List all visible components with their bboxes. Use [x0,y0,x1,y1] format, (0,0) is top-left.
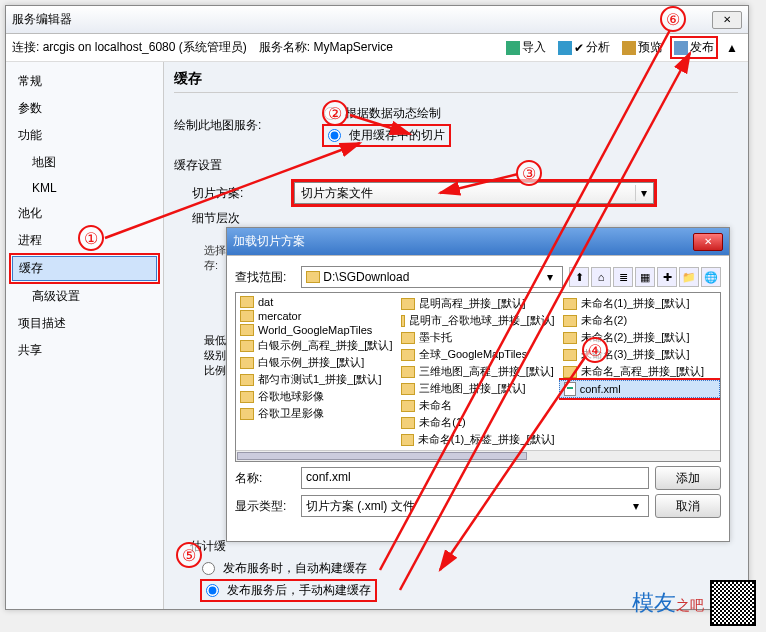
list-item[interactable]: 未命名(2)_拼接_[默认] [559,329,720,346]
draw-service-label: 绘制此地图服务: [174,117,324,134]
filetype-value: 切片方案 (.xml) 文件 [306,498,415,515]
preview-button[interactable]: 预览 [618,37,666,58]
nav-icons: ⬆ ⌂ ≣ ▦ ✚ 📁 🌐 [569,267,721,287]
list-item[interactable]: mercator [236,309,397,323]
list-item[interactable]: 昆明市_谷歌地球_拼接_[默认] [397,312,558,329]
list-item[interactable]: 谷歌卫星影像 [236,405,397,422]
cancel-button[interactable]: 取消 [655,494,721,518]
toolbar: 导入 ✔分析 预览 发布 ▲ [502,36,742,59]
sidebar-item-process[interactable]: 进程 [6,227,163,254]
select-save-label: 选择 存: [204,244,226,271]
sidebar: 常规 参数 功能 地图 KML 池化 进程 缓存 高级设置 项目描述 共享 [6,62,164,609]
sidebar-item-cache[interactable]: 缓存 [12,256,157,281]
sidebar-item-params[interactable]: 参数 [6,95,163,122]
list-item[interactable]: 墨卡托 [397,329,558,346]
sidebar-item-share[interactable]: 共享 [6,337,163,364]
file-col-3: 未命名(1)_拼接_[默认] 未命名(2) 未命名(2)_拼接_[默认] 未命名… [559,293,720,450]
list-item[interactable]: 未命名(1)_标签_拼接_[默认] [397,431,558,448]
import-button[interactable]: 导入 [502,37,550,58]
up-folder-icon[interactable]: ⬆ [569,267,589,287]
details-icon[interactable]: ▦ [635,267,655,287]
list-item[interactable]: 未命名(1)_拼接_[默认] [559,295,720,312]
watermark: 模友之吧 [632,580,756,626]
xml-file-icon [564,382,576,396]
main-titlebar: 服务编辑器 ✕ [6,6,748,34]
home-icon[interactable]: ⌂ [591,267,611,287]
list-item[interactable]: 未命名 [397,397,558,414]
list-item[interactable]: 未命名_高程_拼接_[默认] [559,363,720,380]
chevron-down-icon[interactable]: ▾ [628,499,644,513]
radio-tiles[interactable]: 使用缓存中的切片 [324,126,449,145]
tile-scheme-value: 切片方案文件 [301,185,373,202]
sidebar-item-capabilities[interactable]: 功能 [6,122,163,149]
new-folder-icon[interactable]: ✚ [657,267,677,287]
cache-title: 缓存 [174,70,738,88]
list-item[interactable]: 三维地图_高程_拼接_[默认] [397,363,558,380]
look-in-value: D:\SGDownload [323,270,409,284]
file-col-2: 昆明高程_拼接_[默认] 昆明市_谷歌地球_拼接_[默认] 墨卡托 全球_Goo… [397,293,558,450]
look-in-combo[interactable]: D:\SGDownload ▾ [301,266,563,288]
file-col-1: dat mercator World_GoogleMapTiles 白银示例_高… [236,293,397,450]
list-item[interactable]: 昆明高程_拼接_[默认] [397,295,558,312]
list-item[interactable]: 谷歌地球影像 [236,388,397,405]
folder-icon [306,271,320,283]
connection-label: 连接: arcgis on localhost_6080 (系统管理员) [12,39,247,56]
list-item[interactable]: 都匀市测试1_拼接_[默认] [236,371,397,388]
gis-server-icon[interactable]: 🌐 [701,267,721,287]
filename-label: 名称: [235,470,295,487]
tile-scheme-label: 切片方案: [174,185,294,202]
publish-button[interactable]: 发布 [670,36,718,59]
detail-level-label: 细节层次 [174,210,294,227]
service-name-label: 服务名称: MyMapService [259,39,393,56]
list-item[interactable]: dat [236,295,397,309]
horizontal-scrollbar[interactable] [236,450,720,461]
list-item[interactable]: 未命名(1) [397,414,558,431]
load-tile-scheme-dialog: 加载切片方案 ✕ 查找范围: D:\SGDownload ▾ ⬆ ⌂ ≣ ▦ ✚… [226,227,730,542]
list-item[interactable]: 三维地图_拼接_[默认] [397,380,558,397]
analyze-button[interactable]: ✔分析 [554,37,614,58]
radio-manual-build[interactable]: 发布服务后，手动构建缓存 [202,581,375,600]
list-item[interactable]: 全球_GoogleMapTiles [397,346,558,363]
radio-dynamic[interactable]: 根据数据动态绘制 [324,103,449,124]
dialog-close-button[interactable]: ✕ [693,233,723,251]
cache-settings-label: 缓存设置 [174,157,738,174]
sidebar-item-pooling[interactable]: 池化 [6,200,163,227]
sidebar-item-advanced[interactable]: 高级设置 [6,283,163,310]
build-options: 发布服务时，自动构建缓存 发布服务后，手动构建缓存 [202,558,375,602]
sidebar-item-map[interactable]: 地图 [6,149,163,176]
qr-code [710,580,756,626]
filetype-combo[interactable]: 切片方案 (.xml) 文件 ▾ [301,495,649,517]
radio-auto-build[interactable]: 发布服务时，自动构建缓存 [202,558,375,579]
chevron-down-icon[interactable]: ▾ [542,270,558,284]
list-item[interactable]: 白银示例_拼接_[默认] [236,354,397,371]
list-item[interactable]: 未命名(2) [559,312,720,329]
add-button[interactable]: 添加 [655,466,721,490]
dialog-titlebar: 加载切片方案 ✕ [227,228,729,256]
sidebar-item-kml[interactable]: KML [6,176,163,200]
close-button[interactable]: ✕ [712,11,742,29]
tile-scheme-combo[interactable]: 切片方案文件 ▾ [294,182,654,204]
dialog-title: 加载切片方案 [233,233,689,250]
sidebar-item-general[interactable]: 常规 [6,68,163,95]
list-item[interactable]: World_GoogleMapTiles [236,323,397,337]
list-item[interactable]: 未命名(3)_拼接_[默认] [559,346,720,363]
filename-input[interactable]: conf.xml [301,467,649,489]
filetype-label: 显示类型: [235,498,295,515]
collapse-button[interactable]: ▲ [722,39,742,57]
connect-folder-icon[interactable]: 📁 [679,267,699,287]
look-in-label: 查找范围: [235,269,295,286]
estimate-cache-label: 估计缓 [190,538,226,555]
file-list[interactable]: dat mercator World_GoogleMapTiles 白银示例_高… [235,292,721,462]
file-conf-xml[interactable]: conf.xml [559,380,720,398]
window-title: 服务编辑器 [12,11,708,28]
watermark-text: 模友之吧 [632,588,704,618]
sidebar-item-description[interactable]: 项目描述 [6,310,163,337]
chevron-down-icon[interactable]: ▾ [635,185,651,201]
list-item[interactable]: 白银示例_高程_拼接_[默认] [236,337,397,354]
connection-row: 连接: arcgis on localhost_6080 (系统管理员) 服务名… [6,34,748,62]
list-icon[interactable]: ≣ [613,267,633,287]
